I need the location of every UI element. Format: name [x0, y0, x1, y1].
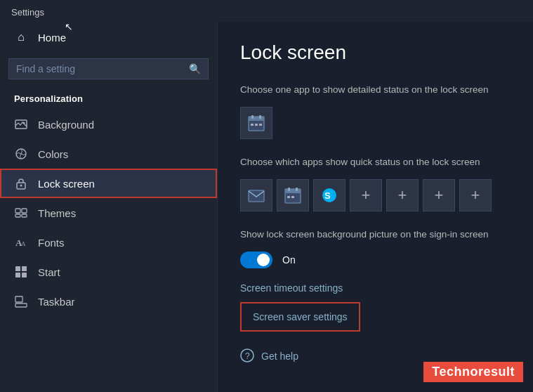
help-label: Get help — [261, 351, 298, 362]
svg-text:?: ? — [245, 351, 250, 361]
start-label: Start — [38, 266, 60, 278]
content-area: Lock screen Choose one app to show detai… — [218, 22, 533, 392]
search-box: 🔍 — [8, 58, 209, 79]
background-label: Background — [38, 119, 94, 131]
home-icon: ⌂ — [14, 30, 28, 44]
svg-rect-22 — [255, 124, 258, 126]
taskbar-icon — [14, 294, 28, 308]
help-icon: ? — [240, 348, 254, 365]
svg-rect-8 — [22, 214, 27, 217]
sidebar-item-fonts[interactable]: A A Fonts — [0, 228, 217, 257]
screen-timeout-link[interactable]: Screen timeout settings — [240, 282, 511, 294]
svg-rect-11 — [15, 266, 20, 271]
sidebar-item-home[interactable]: ⌂ Home — [0, 22, 217, 53]
screen-saver-link[interactable]: Screen saver settings — [253, 311, 348, 322]
quick-app-skype[interactable]: S — [313, 179, 346, 211]
sidebar-item-taskbar[interactable]: Taskbar — [0, 287, 217, 316]
sign-in-heading: Show lock screen background picture on t… — [240, 228, 511, 242]
start-icon — [14, 265, 28, 279]
quick-app-add-3[interactable]: + — [423, 179, 455, 211]
quick-status-heading: Choose which apps show quick status on t… — [240, 156, 511, 169]
sidebar-item-background[interactable]: Background — [0, 110, 217, 139]
svg-rect-14 — [22, 273, 27, 277]
quick-app-add-1[interactable]: + — [350, 179, 382, 211]
svg-rect-23 — [259, 124, 262, 126]
toggle-row: On — [240, 251, 511, 268]
themes-label: Themes — [38, 207, 76, 219]
svg-rect-26 — [285, 189, 301, 193]
colors-icon — [14, 147, 28, 161]
svg-rect-30 — [291, 196, 294, 198]
section-label: Personalization — [0, 91, 217, 110]
background-icon — [14, 117, 28, 131]
svg-rect-15 — [15, 303, 27, 307]
search-input[interactable] — [16, 63, 183, 74]
svg-rect-20 — [259, 115, 261, 119]
quick-app-add-2[interactable]: + — [386, 179, 419, 211]
svg-rect-24 — [249, 190, 264, 202]
quick-status-apps: S + + + + — [240, 179, 511, 211]
quick-app-add-4[interactable]: + — [459, 179, 492, 211]
sidebar-item-colors[interactable]: Colors — [0, 139, 217, 169]
svg-rect-13 — [15, 273, 20, 277]
sign-in-toggle[interactable] — [240, 251, 272, 268]
fonts-label: Fonts — [38, 237, 65, 249]
page-title: Lock screen — [240, 41, 511, 64]
lock-screen-label: Lock screen — [38, 178, 95, 190]
lock-icon — [14, 176, 28, 190]
sidebar-item-themes[interactable]: Themes — [0, 198, 217, 228]
svg-point-4 — [20, 185, 22, 187]
themes-icon — [14, 206, 28, 220]
sidebar-item-start[interactable]: Start — [0, 257, 217, 287]
fonts-icon: A A — [14, 235, 28, 249]
title-bar-label: Settings — [11, 7, 44, 18]
svg-text:A: A — [21, 240, 26, 247]
svg-rect-28 — [296, 188, 298, 191]
svg-rect-7 — [15, 214, 20, 217]
svg-rect-18 — [249, 117, 264, 121]
detailed-status-heading: Choose one app to show detailed status o… — [240, 84, 511, 97]
svg-text:S: S — [324, 190, 331, 201]
quick-app-calendar[interactable] — [277, 179, 309, 211]
svg-rect-6 — [22, 209, 27, 213]
toggle-label: On — [282, 254, 296, 266]
sidebar: ⌂ Home 🔍 Personalization Background — [0, 22, 218, 392]
colors-label: Colors — [38, 148, 68, 160]
home-label: Home — [38, 32, 66, 44]
svg-rect-16 — [15, 296, 22, 302]
svg-rect-27 — [288, 188, 290, 191]
svg-point-1 — [23, 122, 25, 124]
svg-rect-29 — [287, 196, 290, 198]
svg-rect-5 — [15, 209, 20, 213]
title-bar: Settings ↖ — [0, 0, 533, 22]
cursor-indicator: ↖ — [65, 21, 73, 32]
quick-app-mail[interactable] — [240, 179, 272, 211]
detailed-status-apps — [240, 107, 511, 139]
svg-rect-19 — [251, 115, 254, 119]
watermark: Technoresult — [423, 362, 523, 382]
svg-rect-12 — [22, 266, 27, 271]
main-layout: ⌂ Home 🔍 Personalization Background — [0, 22, 533, 392]
taskbar-label: Taskbar — [38, 296, 75, 308]
screen-saver-box[interactable]: Screen saver settings — [240, 302, 360, 332]
sidebar-item-lock-screen[interactable]: Lock screen — [0, 169, 217, 198]
svg-rect-21 — [251, 124, 254, 126]
detailed-app-calendar[interactable] — [240, 107, 272, 139]
search-icon: 🔍 — [189, 63, 201, 74]
